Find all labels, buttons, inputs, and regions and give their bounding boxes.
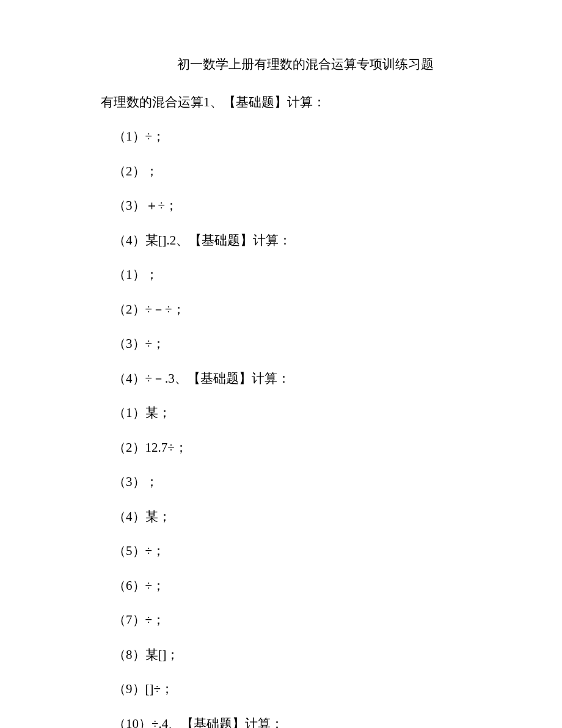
list-item: （9）[]÷；	[101, 680, 461, 699]
list-item: （1）；	[101, 265, 461, 285]
list-item: （7）÷；	[101, 611, 461, 630]
list-item: （2）÷－÷；	[101, 300, 461, 320]
list-item: （10）÷.4、【基础题】计算：	[101, 715, 461, 729]
list-item: （4）某；	[101, 507, 461, 527]
list-item: （1）某；	[101, 403, 461, 423]
list-item: （3）；	[101, 472, 461, 492]
document-title: 初一数学上册有理数的混合运算专项训练习题	[101, 55, 461, 75]
list-item: （3）＋÷；	[101, 196, 461, 216]
list-item: （1）÷；	[101, 127, 461, 147]
intro-text: 有理数的混合运算1、【基础题】计算：	[101, 93, 461, 112]
list-item: （4）÷－.3、【基础题】计算：	[101, 369, 461, 389]
list-item: （5）÷；	[101, 542, 461, 561]
list-item: （8）某[]；	[101, 645, 461, 665]
list-item: （2）12.7÷；	[101, 438, 461, 458]
list-item: （2）；	[101, 162, 461, 182]
list-item: （3）÷；	[101, 334, 461, 354]
list-item: （4）某[].2、【基础题】计算：	[101, 231, 461, 251]
list-item: （6）÷；	[101, 576, 461, 596]
